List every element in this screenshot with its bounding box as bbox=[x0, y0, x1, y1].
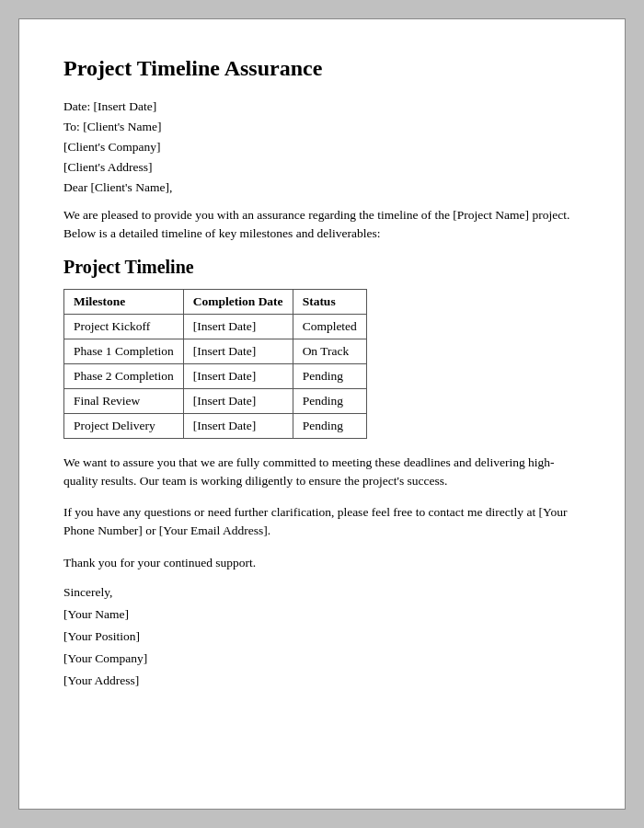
table-cell: [Insert Date] bbox=[183, 388, 293, 413]
to-line: To: [Client's Name] bbox=[63, 120, 581, 134]
section-title: Project Timeline bbox=[63, 257, 581, 278]
table-row: Project Delivery[Insert Date]Pending bbox=[64, 413, 367, 438]
closing-name: [Your Name] bbox=[63, 607, 581, 622]
thanks-line: Thank you for your continued support. bbox=[63, 554, 581, 572]
table-row: Phase 1 Completion[Insert Date]On Track bbox=[64, 339, 367, 363]
table-row: Project Kickoff[Insert Date]Completed bbox=[64, 314, 367, 339]
table-cell: [Insert Date] bbox=[183, 339, 293, 363]
table-cell: Final Review bbox=[64, 388, 184, 413]
closing-company: [Your Company] bbox=[63, 651, 581, 666]
commitment-paragraph: We want to assure you that we are fully … bbox=[63, 454, 581, 491]
timeline-table: Milestone Completion Date Status Project… bbox=[63, 289, 367, 439]
table-cell: Pending bbox=[293, 413, 366, 438]
document-container: Project Timeline Assurance Date: [Insert… bbox=[18, 18, 626, 810]
closing-address: [Your Address] bbox=[63, 673, 581, 688]
client-address: [Client's Address] bbox=[63, 160, 581, 175]
closing-position: [Your Position] bbox=[63, 629, 581, 644]
table-cell: On Track bbox=[293, 339, 366, 363]
table-cell: Project Kickoff bbox=[64, 314, 184, 339]
table-cell: Phase 2 Completion bbox=[64, 363, 184, 388]
col-header-milestone: Milestone bbox=[64, 289, 184, 314]
client-company: [Client's Company] bbox=[63, 140, 581, 155]
date-line: Date: [Insert Date] bbox=[63, 99, 581, 114]
closing-sincerely: Sincerely, bbox=[63, 585, 581, 600]
table-row: Phase 2 Completion[Insert Date]Pending bbox=[64, 363, 367, 388]
table-cell: Pending bbox=[293, 363, 366, 388]
document-title: Project Timeline Assurance bbox=[63, 56, 581, 81]
contact-paragraph: If you have any questions or need furthe… bbox=[63, 503, 581, 541]
table-row: Final Review[Insert Date]Pending bbox=[64, 388, 367, 413]
table-cell: [Insert Date] bbox=[183, 413, 293, 438]
table-cell: Phase 1 Completion bbox=[64, 339, 184, 363]
table-cell: Completed bbox=[293, 314, 366, 339]
table-cell: Project Delivery bbox=[64, 413, 184, 438]
table-cell: Pending bbox=[293, 388, 366, 413]
salutation: Dear [Client's Name], bbox=[63, 180, 581, 195]
col-header-status: Status bbox=[293, 289, 366, 314]
col-header-completion: Completion Date bbox=[183, 289, 293, 314]
intro-paragraph: We are pleased to provide you with an as… bbox=[63, 206, 581, 244]
table-cell: [Insert Date] bbox=[183, 363, 293, 388]
table-cell: [Insert Date] bbox=[183, 314, 293, 339]
